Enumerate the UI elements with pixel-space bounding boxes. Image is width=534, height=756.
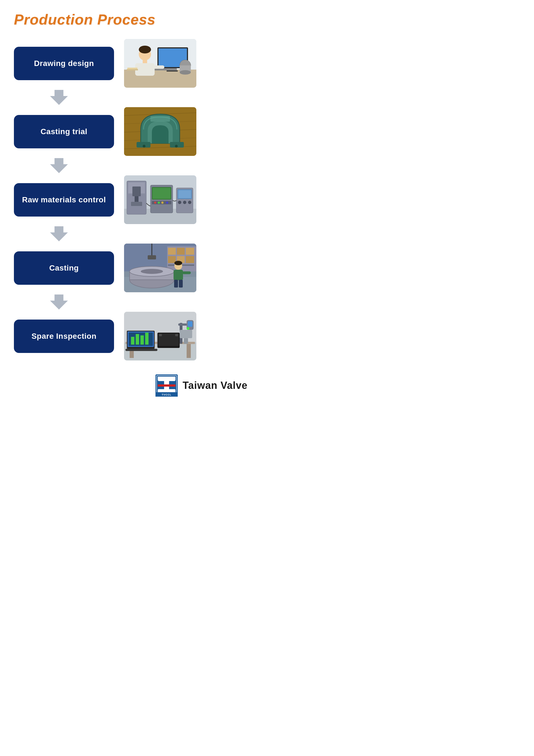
process-image-spare-inspection <box>124 312 196 361</box>
svg-rect-86 <box>140 336 144 345</box>
svg-rect-48 <box>178 190 191 198</box>
svg-point-49 <box>178 201 181 204</box>
svg-point-9 <box>139 46 151 53</box>
arrow-shape-1 <box>50 90 68 105</box>
process-list: Drawing design <box>14 39 253 361</box>
svg-rect-98 <box>184 338 188 344</box>
svg-text:TVCCL: TVCCL <box>162 393 171 396</box>
arrow-shape-2 <box>50 158 68 173</box>
svg-rect-55 <box>168 248 176 255</box>
svg-point-42 <box>154 202 156 204</box>
arrow-shape-3 <box>50 226 68 241</box>
svg-point-99 <box>187 327 190 330</box>
svg-rect-96 <box>188 321 192 327</box>
svg-rect-84 <box>131 337 134 345</box>
arrow-3 <box>14 226 253 241</box>
svg-rect-11 <box>135 63 155 76</box>
svg-rect-71 <box>173 270 183 280</box>
svg-point-45 <box>166 202 168 204</box>
svg-rect-13 <box>127 69 138 70</box>
process-row-drawing-design: Drawing design <box>14 39 253 88</box>
process-box-spare-inspection: Spare Inspection <box>14 319 114 353</box>
process-row-casting-trial: Casting trial <box>14 107 253 156</box>
svg-rect-97 <box>180 330 192 338</box>
svg-rect-85 <box>136 334 139 345</box>
svg-point-50 <box>183 201 186 204</box>
svg-point-28 <box>143 145 145 148</box>
svg-rect-92 <box>175 334 178 336</box>
svg-rect-91 <box>159 334 162 336</box>
arrow-shape-4 <box>50 294 68 310</box>
process-box-raw-materials: Raw materials control <box>14 183 114 217</box>
svg-point-51 <box>188 201 191 204</box>
svg-rect-6 <box>166 70 178 71</box>
svg-rect-74 <box>183 271 191 274</box>
svg-rect-80 <box>187 344 191 358</box>
page-title: Production Process <box>14 11 253 28</box>
svg-point-70 <box>174 261 182 265</box>
process-box-casting-trial: Casting trial <box>14 115 114 148</box>
svg-rect-88 <box>125 349 157 351</box>
arrow-4 <box>14 294 253 310</box>
process-box-drawing-design: Drawing design <box>14 47 114 80</box>
svg-rect-58 <box>168 256 176 263</box>
svg-rect-115 <box>158 384 175 387</box>
process-image-casting-trial <box>124 107 196 156</box>
svg-rect-60 <box>186 256 194 263</box>
process-row-casting: Casting <box>14 244 253 292</box>
footer-logo: TVCCL TVCCL Taiwan Valve <box>14 374 253 397</box>
svg-rect-12 <box>152 66 165 69</box>
svg-rect-37 <box>131 202 142 206</box>
svg-point-66 <box>141 269 163 274</box>
svg-rect-57 <box>186 248 194 255</box>
svg-rect-10 <box>143 60 147 63</box>
arrow-1 <box>14 90 253 105</box>
svg-rect-73 <box>179 280 183 287</box>
svg-rect-111 <box>158 377 175 381</box>
svg-rect-14 <box>127 68 138 69</box>
process-row-spare-inspection: Spare Inspection <box>14 312 253 361</box>
svg-rect-35 <box>132 186 141 196</box>
svg-rect-56 <box>177 248 185 255</box>
brand-name: Taiwan Valve <box>183 380 247 392</box>
svg-rect-68 <box>148 255 156 259</box>
svg-rect-87 <box>145 333 148 345</box>
svg-point-17 <box>180 70 191 75</box>
svg-rect-72 <box>174 280 178 287</box>
process-row-raw-materials: Raw materials control <box>14 176 253 224</box>
process-image-raw-materials <box>124 176 196 224</box>
svg-point-44 <box>161 202 164 204</box>
process-image-drawing-design <box>124 39 196 88</box>
arrow-2 <box>14 158 253 173</box>
tvccl-logo-icon: TVCCL TVCCL <box>156 374 178 397</box>
svg-point-29 <box>175 145 178 148</box>
process-box-casting: Casting <box>14 251 114 285</box>
svg-point-43 <box>158 202 160 204</box>
process-image-casting <box>124 244 196 292</box>
svg-rect-40 <box>153 188 170 199</box>
